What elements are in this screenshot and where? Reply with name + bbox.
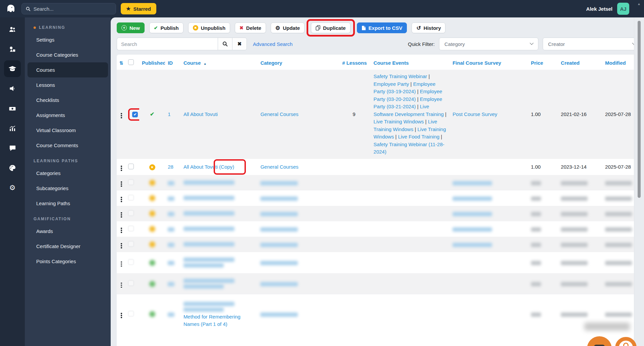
global-search[interactable] xyxy=(21,3,116,14)
row-menu-icon[interactable] xyxy=(119,212,123,218)
copy-icon xyxy=(316,25,320,31)
scrollbar[interactable]: ▲ xyxy=(634,0,644,346)
sidebar-item-points-categories[interactable]: Points Categories xyxy=(28,254,108,269)
row-checkbox[interactable] xyxy=(128,311,134,316)
row-checkbox[interactable] xyxy=(128,226,134,231)
table-link[interactable]: General Courses xyxy=(260,111,298,117)
rail-settings-gear-icon[interactable]: ⚙ xyxy=(4,178,21,197)
column-header[interactable]: Published xyxy=(139,55,165,70)
avatar[interactable]: AJ xyxy=(617,3,629,15)
user-name[interactable]: Alek Jetsel xyxy=(586,6,612,12)
rail-commerce-icon[interactable] xyxy=(4,99,21,118)
row-checkbox[interactable] xyxy=(128,164,134,169)
sidebar-item-course-comments[interactable]: Course Comments xyxy=(28,138,108,153)
table-link[interactable]: Employee Party xyxy=(374,81,409,87)
delete-button[interactable]: ✖Delete xyxy=(235,22,266,33)
sidebar-item-assignments[interactable]: Assignments xyxy=(28,108,108,123)
sort-icon[interactable]: ⇅ xyxy=(119,60,123,66)
rail-messages-icon[interactable] xyxy=(4,138,21,158)
course-link-tail[interactable]: Method for Remembering xyxy=(183,313,255,321)
update-button[interactable]: ⚙Update xyxy=(271,22,305,33)
sidebar-item-learning-paths[interactable]: Learning Paths xyxy=(28,196,108,211)
row-checkbox[interactable] xyxy=(128,259,134,265)
sidebar-item-virtual-classroom[interactable]: Virtual Classroom xyxy=(28,123,108,138)
row-menu-icon[interactable] xyxy=(119,312,123,319)
column-header[interactable]: ID xyxy=(165,55,181,70)
table-link[interactable]: Safety Training Webinar xyxy=(374,73,427,79)
table-link[interactable]: All About Tovuti (Copy) xyxy=(183,164,234,170)
table-link[interactable]: 1 xyxy=(168,111,170,117)
column-header[interactable]: Final Course Survey xyxy=(450,55,528,70)
advanced-search-link[interactable]: Advanced Search xyxy=(253,41,292,47)
redacted-text xyxy=(561,212,588,216)
row-menu-icon[interactable] xyxy=(119,196,123,203)
sidebar-item-subcategories[interactable]: Subcategories xyxy=(28,181,108,196)
sidebar-item-certificate-designer[interactable]: Certificate Designer xyxy=(28,239,108,254)
row-checkbox[interactable] xyxy=(128,210,134,216)
redacted-text xyxy=(168,243,174,247)
column-header[interactable]: Price xyxy=(528,55,558,70)
rail-users-icon[interactable] xyxy=(4,19,21,39)
table-link[interactable]: 28 xyxy=(168,164,173,170)
unpublish-button[interactable]: ✖Unpublish xyxy=(188,22,230,33)
table-link[interactable]: Live Training Windows xyxy=(374,119,424,124)
tovuti-logo-icon[interactable] xyxy=(5,3,17,15)
row-menu-icon[interactable] xyxy=(119,112,123,119)
column-header[interactable]: Course Events xyxy=(371,55,450,70)
row-menu-icon[interactable] xyxy=(119,181,123,187)
publish-button[interactable]: ✔Publish xyxy=(149,22,183,33)
table-search-button[interactable] xyxy=(218,38,232,50)
table-link[interactable]: Post Course Survey xyxy=(452,111,497,117)
rail-marketing-icon[interactable] xyxy=(4,79,21,99)
table-link[interactable]: All About Tovuti xyxy=(183,111,218,117)
export-csv-button[interactable]: Export to CSV xyxy=(357,22,407,33)
sidebar-item-lessons[interactable]: Lessons xyxy=(28,77,108,93)
sidebar-item-awards[interactable]: Awards xyxy=(28,224,108,239)
row-menu-icon[interactable] xyxy=(119,282,123,289)
table-link[interactable]: Safety Training Webinar (11-28-2024) xyxy=(374,141,444,155)
sidebar-item-settings[interactable]: Settings xyxy=(28,32,108,47)
table-search-input[interactable] xyxy=(117,38,218,50)
category-filter-select[interactable]: Category xyxy=(439,38,538,50)
table-link[interactable]: General Courses xyxy=(260,164,298,170)
select-all-checkbox[interactable] xyxy=(128,59,134,65)
row-menu-icon[interactable] xyxy=(119,242,123,249)
row-menu-icon[interactable] xyxy=(119,261,123,268)
sidebar-item-checklists[interactable]: Checklists xyxy=(28,93,108,108)
row-menu-icon[interactable] xyxy=(119,227,123,234)
rail-appearance-icon[interactable] xyxy=(4,158,21,178)
row-checkbox[interactable] xyxy=(128,241,134,247)
redacted-text xyxy=(260,243,298,247)
rail-learning-icon[interactable] xyxy=(4,60,21,77)
table-link[interactable]: Live Food Training xyxy=(398,134,439,139)
sidebar-item-categories[interactable]: Categories xyxy=(28,166,108,181)
scrollbar-thumb[interactable] xyxy=(638,21,641,198)
sidebar-item-course-categories[interactable]: Course Categories xyxy=(28,47,108,62)
new-button[interactable]: +New xyxy=(117,22,145,33)
column-header[interactable]: Course ▲ xyxy=(181,55,258,70)
rail-content-icon[interactable] xyxy=(4,39,21,59)
redacted-status-icon xyxy=(149,211,155,217)
history-button[interactable]: ↺History xyxy=(412,22,445,33)
creator-filter-select[interactable]: Creator xyxy=(543,38,641,50)
row-checkbox[interactable] xyxy=(128,195,134,200)
row-checkbox[interactable] xyxy=(128,280,134,286)
redacted-text xyxy=(605,312,632,317)
duplicate-button[interactable]: Duplicate xyxy=(311,22,351,33)
row-menu-icon[interactable] xyxy=(119,165,123,172)
column-header[interactable]: Created xyxy=(558,55,602,70)
redacted-text xyxy=(605,282,632,286)
starred-button[interactable]: ★ Starred xyxy=(121,3,156,14)
search-icon xyxy=(26,6,31,11)
rail-reports-icon[interactable] xyxy=(4,118,21,138)
column-header[interactable]: Category xyxy=(258,55,339,70)
table-search-clear-button[interactable]: ✖ xyxy=(232,38,247,50)
scroll-up-arrow-icon[interactable]: ▲ xyxy=(637,2,641,6)
column-header[interactable]: # Lessons xyxy=(339,55,371,70)
global-search-input[interactable] xyxy=(34,6,112,12)
main-panel: +New✔Publish✖Unpublish✖Delete⚙UpdateDupl… xyxy=(111,17,644,346)
row-checkbox[interactable] xyxy=(128,179,134,185)
row-checkbox[interactable]: ✔ xyxy=(132,112,138,117)
sidebar-item-courses[interactable]: Courses xyxy=(28,62,108,77)
course-link-tail[interactable]: Names (Part 1 of 4) xyxy=(183,321,255,328)
